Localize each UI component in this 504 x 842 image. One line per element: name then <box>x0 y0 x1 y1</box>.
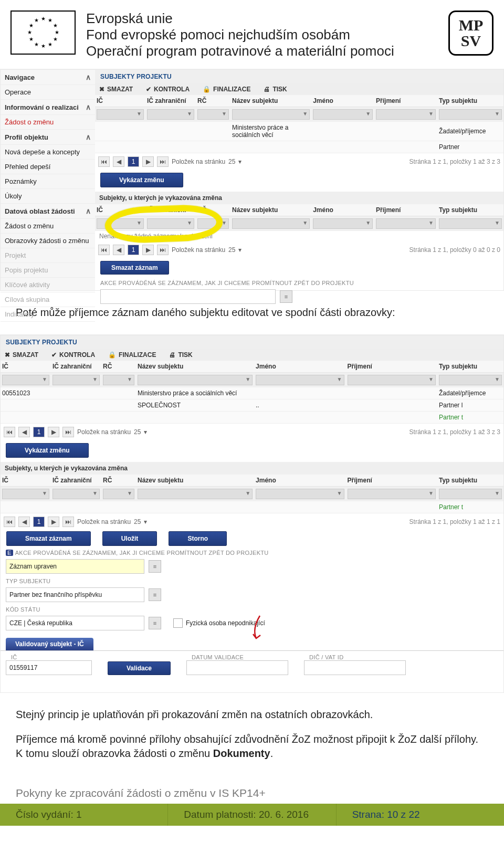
tisk-button[interactable]: TISK <box>169 351 192 359</box>
kontrola-button[interactable]: KONTROLA <box>51 351 95 359</box>
th-jmeno[interactable]: Jméno <box>311 95 374 107</box>
sidebar-item[interactable]: Úkoly <box>1 189 95 204</box>
sidebar-item[interactable]: Projekt <box>1 248 95 263</box>
list-icon[interactable]: ≡ <box>149 560 161 573</box>
filter-input[interactable]: ▼ <box>52 489 100 499</box>
table-row[interactable]: Ministerstvo práce a sociálních věcí Žad… <box>95 122 503 141</box>
akce-input[interactable] <box>100 289 276 304</box>
funnel-icon: ▼ <box>302 111 308 117</box>
filter-input[interactable]: ▼ <box>439 375 502 385</box>
filter-input[interactable]: ▼ <box>232 218 310 229</box>
filter-input[interactable]: ▼ <box>348 375 436 385</box>
finalizace-button[interactable]: FINALIZACE <box>108 351 156 359</box>
pager-next[interactable]: ▶ <box>142 156 154 167</box>
screenshot-1: Navigace∧OperaceInformování o realizaci∧… <box>0 69 504 290</box>
storno-button[interactable]: Storno <box>169 531 227 546</box>
list-icon[interactable]: ≡ <box>149 588 161 601</box>
table-row[interactable]: SPOLEČNOST .. Partner l <box>1 399 503 412</box>
th-ic-zahr[interactable]: IČ zahraniční <box>145 95 196 107</box>
filter-input[interactable]: ▼ <box>376 109 436 120</box>
header-text: Evropská unie Fond evropské pomoci nejch… <box>76 10 448 59</box>
th-typ[interactable]: Typ subjektu <box>437 95 503 107</box>
filter-input[interactable]: ▼ <box>313 109 373 120</box>
pager-size[interactable]: 25 <box>228 158 235 165</box>
filter-input[interactable]: ▼ <box>256 489 344 499</box>
filter-input[interactable]: ▼ <box>138 375 253 385</box>
filter-input[interactable]: ▼ <box>97 109 144 120</box>
filter-input[interactable]: ▼ <box>52 375 100 385</box>
filter-input[interactable]: ▼ <box>197 218 229 229</box>
sidebar-item[interactable]: Klíčové aktivity <box>1 278 95 292</box>
table-row[interactable]: Partner t <box>1 501 503 513</box>
kod-statu-input[interactable]: CZE | Česká republika <box>6 616 144 630</box>
filter-input[interactable]: ▼ <box>147 109 194 120</box>
ulozit-button[interactable]: Uložit <box>102 531 158 546</box>
filter-input[interactable]: ▼ <box>348 489 436 499</box>
sidebar-item[interactable]: Žádost o změnu <box>1 219 95 234</box>
pager-last[interactable]: ⏭ <box>157 156 169 167</box>
list-icon[interactable]: ≡ <box>149 617 161 629</box>
sidebar-item[interactable]: Indikátory <box>1 307 95 322</box>
smazat-zaznam-button[interactable]: Smazat záznam <box>6 531 91 546</box>
filter-input[interactable]: ▼ <box>103 375 134 385</box>
panel-title: SUBJEKTY PROJEKTU <box>95 70 503 83</box>
validace-button[interactable]: Validace <box>108 661 171 675</box>
sidebar-item[interactable]: Žádost o změnu <box>1 115 95 130</box>
sidebar-item[interactable]: Operace <box>1 85 95 100</box>
fyz-osoba-checkbox[interactable] <box>173 618 183 628</box>
typ-subjektu-label: TYP SUBJEKTU <box>1 577 503 584</box>
filter-input[interactable]: ▼ <box>197 109 229 120</box>
filter-input[interactable]: ▼ <box>2 375 49 385</box>
kod-statu-label: KÓD STÁTU <box>1 605 503 613</box>
tisk-button[interactable]: TISK <box>264 86 287 93</box>
sidebar-item[interactable]: Obrazovky žádosti o změnu <box>1 234 95 248</box>
sidebar-item[interactable]: Datová oblast žádosti∧ <box>1 204 95 219</box>
pager-page-1[interactable]: 1 <box>128 156 139 167</box>
th-ic[interactable]: IČ <box>95 95 145 107</box>
sidebar-item[interactable]: Informování o realizaci∧ <box>1 100 95 115</box>
akce-input[interactable]: Záznam upraven <box>6 559 144 574</box>
smazat-zaznam-button[interactable]: Smazat záznam <box>100 261 169 275</box>
th-prijmeni[interactable]: Příjmení <box>374 95 437 107</box>
sidebar-item[interactable]: Cílová skupina <box>1 292 95 307</box>
smazat-button[interactable]: SMAZAT <box>5 351 38 359</box>
table-row[interactable]: Partner t <box>1 412 503 424</box>
filter-input[interactable]: ▼ <box>313 218 373 229</box>
filter-input[interactable]: ▼ <box>138 489 253 499</box>
filter-input[interactable]: ▼ <box>439 109 502 120</box>
filter-input[interactable]: ▼ <box>2 489 49 499</box>
mpsv-logo: MP SV <box>448 10 494 56</box>
pager-prev[interactable]: ◀ <box>113 156 124 167</box>
filter-input[interactable]: ▼ <box>439 489 502 499</box>
filter-input[interactable]: ▼ <box>232 109 310 120</box>
th-nazev[interactable]: Název subjektu <box>230 95 311 107</box>
smazat-button[interactable]: SMAZAT <box>99 86 133 93</box>
sidebar-item[interactable]: Navigace∧ <box>1 70 95 85</box>
filter-input[interactable]: ▼ <box>103 489 134 499</box>
filter-input[interactable]: ▼ <box>439 218 502 229</box>
th-rc[interactable]: RČ <box>196 95 230 107</box>
table-row[interactable]: 00551023 Ministerstvo práce a sociálních… <box>1 387 503 399</box>
sidebar-item[interactable]: Nová depeše a koncepty <box>1 145 95 160</box>
filter-input[interactable]: ▼ <box>147 218 194 229</box>
finalizace-button[interactable]: FINALIZACE <box>203 86 250 93</box>
filter-input[interactable]: ▼ <box>376 218 436 229</box>
table-row[interactable]: Partner <box>95 141 503 153</box>
sidebar-item[interactable]: Profil objektu∧ <box>1 130 95 145</box>
vykazat-zmenu-button[interactable]: Vykázat změnu <box>100 173 183 187</box>
ic-input[interactable]: 01559117 <box>6 660 92 675</box>
sidebar-item[interactable]: Popis projektu <box>1 263 95 278</box>
dic-input[interactable] <box>304 660 406 675</box>
sidebar-item[interactable]: Přehled depeší <box>1 160 95 174</box>
validovany-subjekt-tab[interactable]: Validovaný subjekt - IČ <box>6 638 93 650</box>
vykazat-zmenu-button[interactable]: Vykázat změnu <box>6 443 89 458</box>
typ-subjektu-input[interactable]: Partner bez finančního příspěvku <box>6 587 144 602</box>
list-icon[interactable]: ≡ <box>280 290 292 303</box>
filter-input[interactable]: ▼ <box>97 218 144 229</box>
pager-first[interactable]: ⏮ <box>98 156 110 167</box>
no-records: Nenalezeny žádné záznamy k zobrazení <box>95 231 503 241</box>
sidebar-item[interactable]: Poznámky <box>1 174 95 189</box>
filter-input[interactable]: ▼ <box>256 375 344 385</box>
datum-validace-input[interactable] <box>186 660 288 675</box>
kontrola-button[interactable]: KONTROLA <box>146 86 190 93</box>
